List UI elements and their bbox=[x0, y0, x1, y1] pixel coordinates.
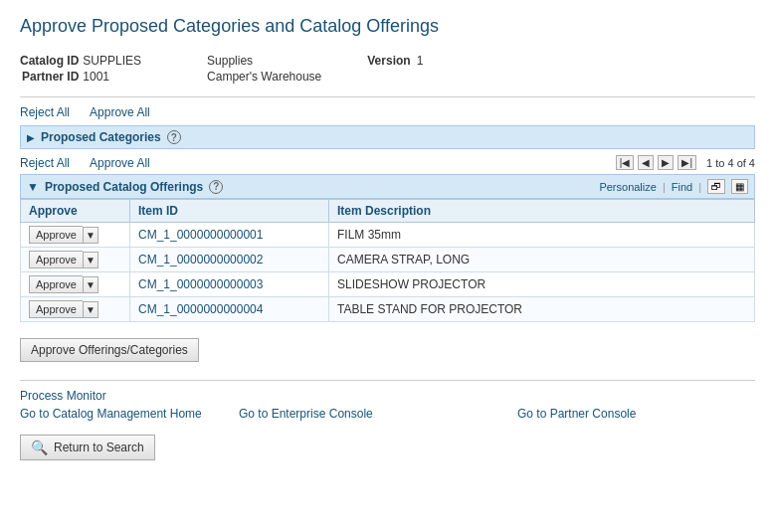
approve-dropdown-1[interactable]: ▼ bbox=[83, 227, 98, 244]
divider-1 bbox=[20, 96, 755, 97]
catalog-name: Supplies bbox=[147, 53, 327, 69]
col-item-desc: Item Description bbox=[329, 200, 755, 223]
pagination-next[interactable]: ▶ bbox=[658, 155, 674, 170]
item-id-link-3[interactable]: CM_1_0000000000003 bbox=[138, 277, 263, 291]
pagination-prev[interactable]: ◀ bbox=[638, 155, 654, 170]
return-icon: 🔍 bbox=[31, 440, 48, 455]
offerings-table: Approve Item ID Item Description Approve… bbox=[20, 199, 755, 322]
offerings-triangle-icon: ▼ bbox=[27, 180, 39, 194]
catalog-id-label: Catalog ID bbox=[20, 53, 83, 69]
table-row: Approve▼CM_1_0000000000001FILM 35mm bbox=[21, 223, 755, 248]
approve-btn-2[interactable]: Approve bbox=[29, 251, 83, 268]
item-desc-3: SLIDESHOW PROJECTOR bbox=[329, 272, 755, 297]
pagination-last[interactable]: ▶| bbox=[678, 155, 696, 170]
item-desc-1: FILM 35mm bbox=[329, 223, 755, 248]
approve-btn-4[interactable]: Approve bbox=[29, 300, 83, 318]
categories-help-icon[interactable]: ? bbox=[167, 130, 181, 144]
version-value: 1 bbox=[417, 53, 430, 69]
offerings-section-title: Proposed Catalog Offerings bbox=[45, 180, 203, 194]
bottom-links: Process Monitor Go to Catalog Management… bbox=[20, 389, 755, 421]
categories-section-title: Proposed Categories bbox=[41, 130, 161, 144]
return-to-search-label: Return to Search bbox=[54, 441, 144, 454]
approve-dropdown-2[interactable]: ▼ bbox=[83, 252, 98, 268]
col-item-id: Item ID bbox=[130, 200, 329, 223]
table-row: Approve▼CM_1_0000000000004TABLE STAND FO… bbox=[21, 297, 755, 322]
return-to-search-button[interactable]: 🔍 Return to Search bbox=[20, 435, 155, 460]
proposed-categories-header: ▶ Proposed Categories ? bbox=[20, 125, 755, 149]
export-icon-1[interactable]: 🗗 bbox=[707, 179, 725, 194]
offerings-toolbar-right: Personalize | Find | 🗗 ▦ bbox=[599, 179, 748, 194]
page-title: Approve Proposed Categories and Catalog … bbox=[20, 16, 755, 37]
partner-id-value: 1001 bbox=[83, 69, 147, 85]
export-icon-2[interactable]: ▦ bbox=[731, 179, 748, 194]
item-desc-2: CAMERA STRAP, LONG bbox=[329, 248, 755, 272]
approve-btn-1[interactable]: Approve bbox=[29, 226, 83, 244]
categories-action-links: Reject All Approve All bbox=[20, 105, 755, 119]
pagination-text: 1 to 4 of 4 bbox=[706, 157, 755, 169]
pagination-area: |◀ ◀ ▶ ▶| 1 to 4 of 4 bbox=[616, 155, 755, 170]
table-row: Approve▼CM_1_0000000000002CAMERA STRAP, … bbox=[21, 248, 755, 272]
categories-reject-all[interactable]: Reject All bbox=[20, 105, 70, 119]
offerings-section: Reject All Approve All |◀ ◀ ▶ ▶| 1 to 4 … bbox=[20, 155, 755, 322]
version-label: Version bbox=[327, 53, 416, 69]
find-link[interactable]: Find bbox=[672, 181, 692, 193]
offerings-reject-all[interactable]: Reject All bbox=[20, 156, 70, 170]
col-approve: Approve bbox=[21, 200, 130, 223]
categories-triangle-icon: ▶ bbox=[27, 132, 35, 143]
pagination-first[interactable]: |◀ bbox=[616, 155, 635, 170]
catalog-id-value: SUPPLIES bbox=[83, 53, 147, 69]
info-section: Catalog ID SUPPLIES Supplies Version 1 P… bbox=[20, 53, 755, 85]
item-id-link-4[interactable]: CM_1_0000000000004 bbox=[138, 302, 263, 316]
table-row: Approve▼CM_1_0000000000003SLIDESHOW PROJ… bbox=[21, 272, 755, 297]
go-enterprise-link[interactable]: Go to Enterprise Console bbox=[239, 407, 373, 421]
offerings-toolbar-left: Reject All Approve All bbox=[20, 156, 150, 170]
approve-offerings-button[interactable]: Approve Offerings/Categories bbox=[20, 338, 199, 362]
offerings-section-header: ▼ Proposed Catalog Offerings ? Personali… bbox=[20, 174, 755, 199]
item-id-link-1[interactable]: CM_1_0000000000001 bbox=[138, 228, 263, 242]
partner-id-label: Partner ID bbox=[20, 69, 83, 85]
approve-dropdown-4[interactable]: ▼ bbox=[83, 301, 98, 318]
go-catalog-home-link[interactable]: Go to Catalog Management Home bbox=[20, 407, 202, 421]
categories-approve-all[interactable]: Approve All bbox=[90, 105, 150, 119]
personalize-link[interactable]: Personalize bbox=[599, 181, 656, 193]
process-monitor-link[interactable]: Process Monitor bbox=[20, 389, 106, 403]
offerings-help-icon[interactable]: ? bbox=[209, 180, 223, 194]
go-partner-link[interactable]: Go to Partner Console bbox=[517, 407, 636, 421]
approve-dropdown-3[interactable]: ▼ bbox=[83, 276, 98, 293]
item-id-link-2[interactable]: CM_1_0000000000002 bbox=[138, 253, 263, 266]
offerings-approve-all[interactable]: Approve All bbox=[90, 156, 150, 170]
divider-2 bbox=[20, 380, 755, 381]
approve-btn-3[interactable]: Approve bbox=[29, 275, 83, 293]
item-desc-4: TABLE STAND FOR PROJECTOR bbox=[329, 297, 755, 322]
partner-name: Camper's Warehouse bbox=[147, 69, 327, 85]
offerings-toolbar: Reject All Approve All |◀ ◀ ▶ ▶| 1 to 4 … bbox=[20, 155, 755, 170]
